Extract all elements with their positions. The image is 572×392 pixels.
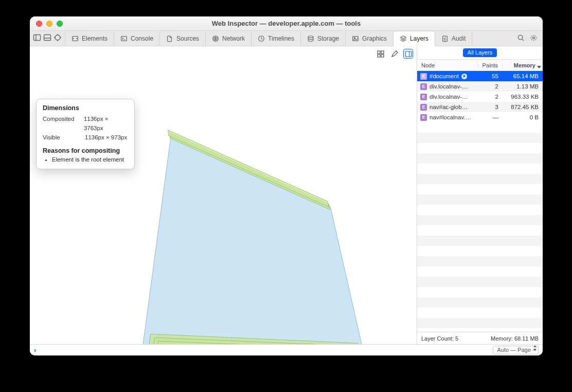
table-filler xyxy=(417,122,543,328)
svg-point-22 xyxy=(533,37,535,39)
svg-point-4 xyxy=(55,35,60,40)
svg-rect-25 xyxy=(378,55,380,57)
element-badge-icon: E xyxy=(420,114,427,121)
zoom-selector[interactable]: Auto — Page xyxy=(493,346,539,354)
maximize-icon[interactable] xyxy=(57,21,63,27)
window-title: Web Inspector — developer.apple.com — to… xyxy=(30,20,543,27)
tab-timelines[interactable]: Timelines xyxy=(252,31,301,46)
tab-sources[interactable]: Sources xyxy=(160,31,206,46)
tabs: Elements Console Sources Network Timelin… xyxy=(65,31,512,46)
table-row[interactable]: E#document 55 65.14 MB xyxy=(417,71,543,81)
table-row[interactable]: Ediv.localnav-… 2 963.33 KB xyxy=(417,92,543,102)
table-row[interactable]: Ediv.localnav-… 2 1.13 MB xyxy=(417,81,543,92)
table-row[interactable]: Enav#localnav.… — 0 B xyxy=(417,112,543,122)
target-icon[interactable] xyxy=(53,33,62,43)
summary-bar: Layer Count: 5 Memory: 68.11 MB xyxy=(417,332,543,344)
tab-label: Timelines xyxy=(268,35,294,42)
svg-line-21 xyxy=(522,39,524,40)
tab-audit[interactable]: Audit xyxy=(435,31,472,46)
layer-count: Layer Count: 5 xyxy=(421,335,458,342)
close-icon[interactable] xyxy=(36,21,42,27)
reason-item: Element is the root element xyxy=(52,156,128,163)
svg-rect-26 xyxy=(381,55,384,57)
layers-table[interactable]: E#document 55 65.14 MB Ediv.localnav-… 2… xyxy=(417,71,543,332)
dock-controls xyxy=(30,31,65,46)
element-badge-icon: E xyxy=(420,73,427,80)
grid-icon[interactable] xyxy=(376,49,385,58)
layers-sidebar: All Layers Node Paints Memory E#document… xyxy=(417,46,543,344)
console-prompt-icon[interactable]: › xyxy=(34,346,36,354)
col-memory[interactable]: Memory xyxy=(503,62,543,68)
tab-storage[interactable]: Storage xyxy=(301,31,346,46)
paint-icon[interactable] xyxy=(390,49,399,58)
svg-point-14 xyxy=(308,35,313,38)
table-header: Node Paints Memory xyxy=(417,60,543,71)
dimensions-heading: Dimensions xyxy=(43,104,128,112)
visible-label: Visible xyxy=(43,133,81,142)
layer-details-popover: Dimensions Composited 1136px × 3763px Vi… xyxy=(36,99,135,169)
svg-marker-29 xyxy=(142,135,364,344)
tabbar-right xyxy=(512,31,543,46)
goto-arrow-icon[interactable] xyxy=(461,74,467,79)
tab-layers[interactable]: Layers xyxy=(394,31,435,46)
tab-label: Layers xyxy=(410,35,428,42)
composited-value: 1136px × 3763px xyxy=(84,115,128,133)
layers-canvas[interactable]: Dimensions Composited 1136px × 3763px Vi… xyxy=(30,46,417,344)
footer: › Auto — Page xyxy=(30,344,543,355)
tab-graphics[interactable]: Graphics xyxy=(346,31,394,46)
svg-rect-24 xyxy=(381,51,384,54)
tab-label: Audit xyxy=(452,35,466,42)
tab-label: Storage xyxy=(317,35,339,42)
svg-rect-2 xyxy=(44,35,51,41)
visible-value: 1136px × 973px xyxy=(85,133,127,142)
total-memory: Memory: 68.11 MB xyxy=(491,335,539,342)
element-badge-icon: E xyxy=(420,94,427,100)
main: Dimensions Composited 1136px × 3763px Vi… xyxy=(30,46,543,344)
element-badge-icon: E xyxy=(420,104,427,111)
tab-console[interactable]: Console xyxy=(114,31,160,46)
sort-desc-icon xyxy=(537,66,541,68)
layers-3d-visualization xyxy=(30,46,417,344)
table-row[interactable]: Enav#ac-glob… 3 872.45 KB xyxy=(417,102,543,112)
inspector-window: Web Inspector — developer.apple.com — to… xyxy=(30,16,543,355)
canvas-tools xyxy=(376,49,413,58)
window-controls xyxy=(30,21,63,27)
element-badge-icon: E xyxy=(420,83,427,90)
tab-label: Elements xyxy=(82,35,108,42)
tab-elements[interactable]: Elements xyxy=(65,31,114,46)
tab-label: Network xyxy=(222,35,245,42)
svg-rect-23 xyxy=(378,51,380,54)
svg-point-20 xyxy=(518,35,522,39)
composited-label: Composited xyxy=(43,115,80,133)
tab-label: Sources xyxy=(176,35,199,42)
col-paints[interactable]: Paints xyxy=(478,62,503,68)
svg-rect-27 xyxy=(405,51,411,57)
search-icon[interactable] xyxy=(517,34,525,43)
svg-marker-17 xyxy=(401,36,406,39)
tab-label: Graphics xyxy=(362,35,387,42)
svg-rect-18 xyxy=(443,36,448,42)
tab-network[interactable]: Network xyxy=(206,31,252,46)
svg-rect-0 xyxy=(34,35,41,41)
tabbar: Elements Console Sources Network Timelin… xyxy=(30,31,543,46)
scope-all-layers[interactable]: All Layers xyxy=(463,48,497,57)
col-node[interactable]: Node xyxy=(417,62,478,68)
minimize-icon[interactable] xyxy=(46,21,52,27)
dock-bottom-icon[interactable] xyxy=(43,33,51,43)
titlebar: Web Inspector — developer.apple.com — to… xyxy=(30,16,543,31)
gear-icon[interactable] xyxy=(530,34,538,43)
sidebar-toggle-icon[interactable] xyxy=(404,49,413,58)
reasons-heading: Reasons for compositing xyxy=(43,147,128,154)
dock-side-icon[interactable] xyxy=(33,33,41,43)
svg-rect-10 xyxy=(121,36,127,41)
tab-label: Console xyxy=(131,35,153,42)
scope-bar: All Layers xyxy=(417,46,543,60)
